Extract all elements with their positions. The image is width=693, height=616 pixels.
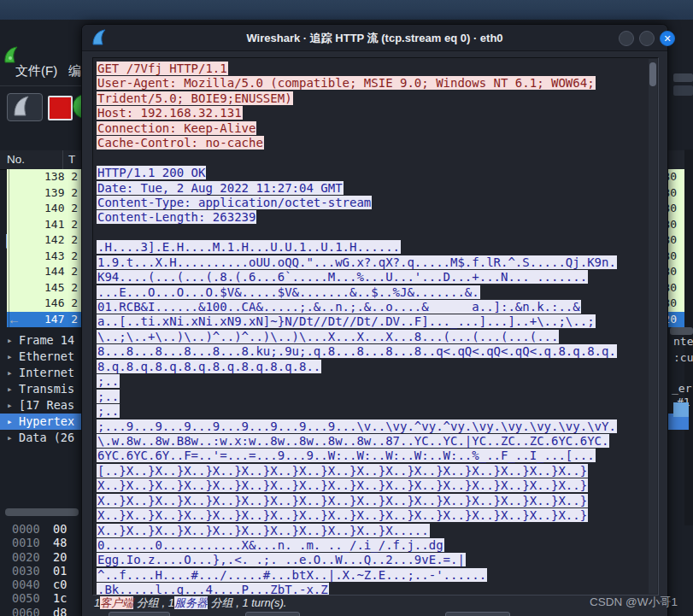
hex-row[interactable]: 0060d8 [0,606,81,616]
column-separator[interactable] [62,150,63,169]
dialog-bottom-button[interactable] [245,612,300,616]
stream-text: Date: Tue, 2 Aug 2022 11:27:04 GMT [97,181,344,195]
detail-right-fragment: nte [673,335,693,348]
chevron-right-icon[interactable]: ▸ [7,381,13,397]
stream-text: X..}X..}X..}X..}X..}X..}X..}X..}X..}X..}… [97,494,588,507]
stream-text: X..}X..}X..}X..}X..}X..}X..}X..}X..}X..}… [97,508,588,522]
scrollbar-right-fragment[interactable] [670,327,693,335]
stream-content: GET /7Vfj HTTP/1.1User-Agent: Mozilla/5.… [97,62,646,595]
packet-no-cell: 145 2 [7,281,78,294]
hex-bytes: 48 [53,536,67,549]
hex-row[interactable]: 0040c0 [0,578,81,591]
hex-bytes: 01 [53,564,67,578]
chevron-right-icon[interactable]: ▸ [7,430,13,446]
stream-line: .Bk.....l..g...4....P...ZbT.-x.Z [97,583,646,595]
maximize-button[interactable] [639,31,655,46]
stream-line: 8.q.8.q.8.q.8.q.8.q.8.q.8.q.8.. [97,360,646,374]
dialog-scrollbar-thumb[interactable] [649,62,656,86]
packet-no-cell: 143 2 [7,249,78,262]
stream-text: Egg.Io.z....O...},.<. .;. ..e.O..W...Q..… [97,553,466,566]
packet-no-cell: 144 2 [7,265,78,278]
dialog-bottom-button[interactable] [445,612,510,616]
dialog-bottom-button[interactable] [109,612,170,616]
stream-text: ;...9...9...9...9...9...9...9...9...\v..… [97,419,617,433]
dialog-titlebar[interactable]: Wireshark · 追踪 HTTP 流 (tcp.stream eq 0) … [82,25,667,51]
stream-line: 01.RCB&I......&100..CA&.....;.&..n.;.&..… [97,300,646,314]
stream-line: Cache-Control: no-cache [97,136,646,150]
dialog-title: Wireshark · 追踪 HTTP 流 (tcp.stream eq 0) … [82,31,667,46]
column-no[interactable]: No. [7,153,25,166]
desktop-top-strip [0,0,693,21]
stream-line: Trident/5.0; BOIE9;ENUSSEM) [97,91,646,106]
packet-no-cell: 142 2 [7,233,78,246]
stream-line: 8...8...8...8...8...8.ku;.9u;.q.8...8...… [97,344,646,359]
stream-text: HTTP/1.1 200 OK [97,166,206,179]
stream-text: Host: 192.168.32.131 [97,106,243,120]
chevron-right-icon[interactable]: ▸ [7,414,13,430]
status-part: 1 [168,596,174,609]
column-time[interactable]: T [68,153,75,166]
menu-file[interactable]: 文件(F) [15,63,57,79]
chevron-right-icon[interactable]: ▸ [7,365,13,381]
packet-no-cell: 139 2 [7,186,78,199]
packet-no-cell: 146 2 [7,296,78,309]
stream-text: X..}X..}X..}X..}X..}X..}X..}X..}X..}X..}… [97,524,430,537]
horizontal-scrollbar-thumb[interactable] [5,508,79,516]
stream-line: GET /7Vfj HTTP/1.1 [97,62,646,76]
hex-offset: 0050 [12,591,40,605]
stream-line: a..[..ti.xNi.xNi.xN9.xN]~}N/Dt//Dt//Dt/.… [97,314,646,329]
hex-row[interactable]: 002020 [0,550,81,564]
chevron-right-icon[interactable]: ▸ [7,349,13,365]
stream-line: HTTP/1.1 200 OK [97,166,646,180]
stream-line: ;.. [97,404,646,419]
dialog-scrollbar[interactable] [649,59,657,594]
watermark: CSDN @W小哥1 [590,595,678,610]
stream-text: \..;\..+\..)\..)^..)^..)\..)\...X...X...… [97,330,559,343]
hex-bytes: c0 [53,578,67,591]
stream-text: Connection: Keep-Alive [97,121,256,135]
stream-text: User-Agent: Mozilla/5.0 (compatible; MSI… [97,76,596,90]
stop-capture-button[interactable] [48,96,73,120]
stream-line: ^..f....H....#.../.....#...btX..|.X.~Z.E… [97,568,646,583]
follow-stream-dialog: Wireshark · 追踪 HTTP 流 (tcp.stream eq 0) … [81,24,668,616]
toolbar-right-fragment [673,85,693,96]
hex-offset: 0030 [12,564,40,578]
hex-row[interactable]: 000000 [0,522,81,536]
stream-text: K94....(...(...(.8.(.6...6`.....M...%...… [97,270,588,284]
stream-line: 0.......0...........X&...n. .m. .._/.i_/… [97,538,646,553]
stream-text: ;.. [97,404,120,418]
stream-line: Connection: Keep-Alive [97,121,646,136]
stream-line [97,226,646,240]
hex-bytes: 20 [53,550,67,564]
stream-line: \..;\..+\..)\..)^..)^..)\..)\...X...X...… [97,330,646,344]
stream-text: .H....3].E.H....M.1.H...U.U.1..U.1.H....… [97,240,401,254]
stream-text: Content-Length: 263239 [97,210,256,224]
hex-offset: 0040 [12,578,40,591]
chevron-right-icon[interactable]: ▸ [7,397,13,414]
wireshark-logo-icon [3,46,21,64]
close-button[interactable]: ✕ [660,31,675,46]
stream-line: [..}X..}X..}X..}X..}X..}X..}X..}X..}X..}… [97,464,646,478]
hex-row[interactable]: 003001 [0,564,81,578]
stream-line: X..}X..}X..}X..}X..}X..}X..}X..}X..}X..}… [97,478,646,493]
minimize-button[interactable] [619,31,634,46]
hex-row[interactable]: 001048 [0,536,81,549]
stream-text: 1.9.t...X.H..........oUU.oQQ."...wG.x?.q… [97,255,617,269]
stream-text: 8...8...8...8...8...8.ku;.9u;.q.8...8...… [97,344,617,358]
stream-line: Date: Tue, 2 Aug 2022 11:27:04 GMT [97,181,646,196]
menubar-separator [0,85,81,86]
stream-text-area[interactable]: GET /7Vfj HTTP/1.1User-Agent: Mozilla/5.… [92,57,659,595]
toolbar-right-fragment [673,73,693,82]
stream-line: Host: 192.168.32.131 [97,106,646,120]
stream-line: 1.9.t...X.H..........oUU.oQQ."...wG.x?.q… [97,255,646,270]
stream-text: 0.......0...........X&...n. .m. .._/.i_/… [97,538,444,552]
stream-text: .Bk.....l..g...4....P...ZbT.-x.Z [97,583,329,595]
hex-bytes: 1c [53,591,67,605]
start-capture-button[interactable] [7,93,43,121]
stream-text: ;.. [97,374,120,388]
hex-row[interactable]: 00501c [0,591,81,605]
chevron-right-icon[interactable]: ▸ [7,332,13,349]
stream-line: 6YC.6YC.6Y..F=..'=...=...9...9..W:..W:..… [97,449,646,463]
stream-text: ;.. [97,390,120,403]
server-badge: 服务器 [174,596,208,609]
